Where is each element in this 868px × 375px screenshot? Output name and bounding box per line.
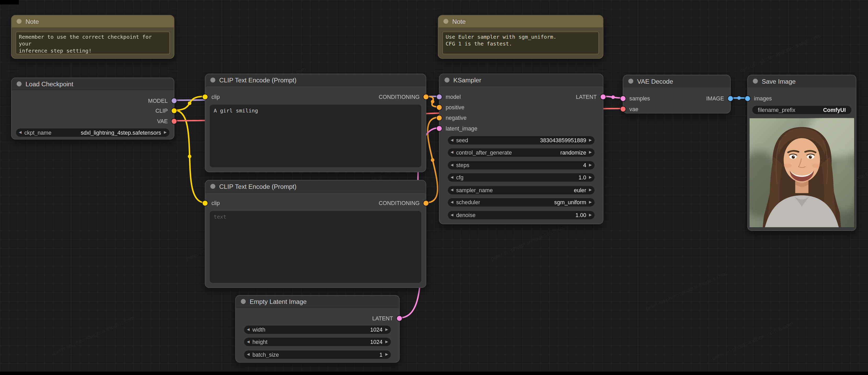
next-arrow-icon[interactable]: ▶ [385, 340, 388, 344]
widget-label: scheduler [456, 199, 480, 205]
scheduler-widget[interactable]: ◀ scheduler sgm_uniform ▶ [448, 198, 594, 207]
node-header[interactable]: Save Image [748, 75, 856, 88]
prev-arrow-icon[interactable]: ◀ [451, 188, 453, 192]
output-label: CLIP [155, 108, 167, 114]
next-arrow-icon[interactable]: ▶ [385, 352, 388, 356]
node-clip-text-encode-negative[interactable]: CLIP Text Encode (Prompt) clip CONDITION… [205, 180, 426, 288]
prev-arrow-icon[interactable]: ◀ [19, 131, 22, 134]
node-header[interactable]: CLIP Text Encode (Prompt) [206, 181, 426, 193]
next-arrow-icon[interactable]: ▶ [589, 138, 592, 142]
prev-arrow-icon[interactable]: ◀ [247, 328, 250, 331]
next-arrow-icon[interactable]: ▶ [589, 176, 592, 179]
portrait-illustration [750, 118, 854, 227]
node-header[interactable]: Empty Latent Image [236, 296, 399, 308]
output-label: CONDITIONING [379, 200, 420, 206]
next-arrow-icon[interactable]: ▶ [589, 200, 592, 204]
denoise-widget[interactable]: ◀ denoise 1.00 ▶ [448, 211, 594, 219]
widget-label: cfg [456, 175, 464, 181]
collapse-dot-icon[interactable] [444, 77, 450, 82]
prev-arrow-icon[interactable]: ◀ [451, 163, 453, 167]
node-header[interactable]: Note [11, 15, 174, 28]
node-title: CLIP Text Encode (Prompt) [219, 183, 296, 190]
note-text[interactable]: Remember to use the correct checkpoint f… [16, 32, 170, 54]
prev-arrow-icon[interactable]: ◀ [247, 352, 250, 356]
next-arrow-icon[interactable]: ▶ [589, 213, 592, 217]
node-clip-text-encode-positive[interactable]: CLIP Text Encode (Prompt) clip CONDITION… [205, 74, 426, 172]
input-port-negative[interactable] [437, 115, 442, 120]
node-save-image[interactable]: Save Image images filename_prefix ComfyU… [747, 75, 856, 231]
input-port-clip[interactable] [203, 201, 208, 206]
next-arrow-icon[interactable]: ▶ [589, 163, 592, 167]
link-midpoint-dot[interactable] [611, 95, 615, 99]
output-port-clip[interactable] [172, 108, 177, 113]
next-arrow-icon[interactable]: ▶ [385, 328, 388, 331]
collapse-dot-icon[interactable] [211, 184, 215, 189]
sampler-name-widget[interactable]: ◀ sampler_name euler ▶ [448, 186, 594, 194]
prev-arrow-icon[interactable]: ◀ [451, 200, 453, 204]
input-port-samples[interactable] [620, 96, 625, 101]
cfg-widget[interactable]: ◀ cfg 1.0 ▶ [448, 174, 594, 182]
next-arrow-icon[interactable]: ▶ [589, 188, 592, 192]
input-port-model[interactable] [437, 94, 442, 99]
next-arrow-icon[interactable]: ▶ [589, 151, 592, 154]
prev-arrow-icon[interactable]: ◀ [451, 138, 453, 142]
link-midpoint-dot[interactable] [737, 96, 741, 100]
prev-arrow-icon[interactable]: ◀ [247, 340, 250, 344]
collapse-dot-icon[interactable] [241, 299, 246, 304]
input-port-clip[interactable] [203, 94, 208, 99]
output-port-latent[interactable] [600, 94, 606, 99]
output-port-conditioning[interactable] [424, 201, 429, 206]
graph-canvas[interactable]: peter-lin-photosandbox-studios.com peter… [0, 0, 868, 375]
input-label: positive [445, 104, 464, 111]
input-port-images[interactable] [745, 96, 750, 101]
collapse-dot-icon[interactable] [17, 81, 22, 86]
input-port-vae[interactable] [620, 107, 625, 112]
node-empty-latent-image[interactable]: Empty Latent Image LATENT ◀ width 1024 ▶… [235, 295, 400, 363]
ckpt-name-widget[interactable]: ◀ ckpt_name sdxl_lightning_4step.safeten… [16, 128, 169, 137]
collapse-dot-icon[interactable] [628, 79, 633, 84]
node-header[interactable]: VAE Decode [623, 75, 730, 88]
note-text[interactable]: Use Euler sampler with sgm_uniform. CFG … [442, 32, 599, 54]
node-header[interactable]: Note [438, 15, 603, 28]
widget-label: steps [456, 162, 470, 168]
prev-arrow-icon[interactable]: ◀ [451, 176, 453, 179]
node-note-1[interactable]: Note Remember to use the correct checkpo… [11, 15, 175, 59]
output-port-latent[interactable] [397, 316, 402, 321]
node-header[interactable]: Load Checkpoint [11, 78, 174, 91]
steps-widget[interactable]: ◀ steps 4 ▶ [448, 161, 594, 169]
input-port-latent-image[interactable] [437, 126, 442, 131]
node-ksampler[interactable]: KSampler model positive negative latent_… [439, 74, 603, 224]
collapse-dot-icon[interactable] [443, 19, 448, 24]
node-load-checkpoint[interactable]: Load Checkpoint MODEL CLIP VAE ◀ ckpt_na… [11, 77, 175, 139]
prev-arrow-icon[interactable]: ◀ [451, 213, 453, 217]
height-widget[interactable]: ◀ height 1024 ▶ [244, 338, 391, 346]
prompt-textarea[interactable]: text [210, 211, 421, 283]
link-midpoint-dot[interactable] [188, 155, 191, 158]
input-label: images [754, 95, 772, 101]
link-midpoint-dot[interactable] [431, 100, 435, 103]
link-midpoint-dot[interactable] [431, 158, 435, 162]
output-port-vae[interactable] [172, 119, 177, 124]
output-label: LATENT [372, 315, 393, 321]
width-widget[interactable]: ◀ width 1024 ▶ [244, 325, 391, 334]
collapse-dot-icon[interactable] [211, 77, 215, 82]
control-after-generate-widget[interactable]: ◀ control_after_generate randomize ▶ [448, 148, 594, 157]
node-vae-decode[interactable]: VAE Decode samples vae IMAGE [623, 75, 731, 114]
collapse-dot-icon[interactable] [753, 79, 758, 84]
widget-value: randomize [560, 150, 586, 156]
filename-prefix-widget[interactable]: filename_prefix ComfyUI [752, 106, 851, 114]
node-header[interactable]: KSampler [439, 74, 603, 87]
node-header[interactable]: CLIP Text Encode (Prompt) [206, 74, 426, 87]
prev-arrow-icon[interactable]: ◀ [451, 151, 453, 154]
output-port-conditioning[interactable] [424, 94, 429, 99]
prompt-textarea[interactable]: A girl smiling [210, 104, 421, 167]
output-port-model[interactable] [172, 98, 177, 103]
link-midpoint-dot[interactable] [188, 101, 191, 105]
batch-size-widget[interactable]: ◀ batch_size 1 ▶ [244, 350, 391, 358]
seed-widget[interactable]: ◀ seed 383043859951889 ▶ [448, 136, 594, 144]
output-port-image[interactable] [728, 96, 733, 101]
node-note-2[interactable]: Note Use Euler sampler with sgm_uniform.… [438, 15, 603, 59]
next-arrow-icon[interactable]: ▶ [164, 131, 167, 134]
input-port-positive[interactable] [437, 105, 442, 110]
collapse-dot-icon[interactable] [17, 19, 22, 24]
